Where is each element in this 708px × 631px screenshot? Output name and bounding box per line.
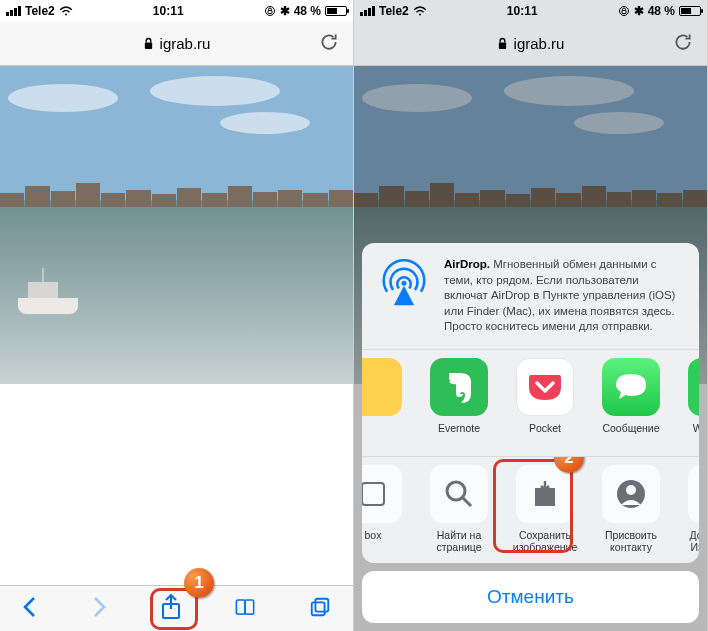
carrier-label: Tele2 bbox=[379, 4, 409, 18]
battery-percent: 48 % bbox=[648, 4, 675, 18]
app-whatsapp[interactable]: WhatsApp bbox=[676, 358, 699, 446]
svg-rect-2 bbox=[268, 11, 272, 14]
back-button[interactable] bbox=[22, 596, 38, 622]
action-save-image[interactable]: Сохранить изображение bbox=[504, 465, 586, 553]
reload-button[interactable] bbox=[319, 32, 339, 56]
action-add-favorite[interactable]: Добавить в Избранное bbox=[676, 465, 699, 553]
url-bar[interactable]: igrab.ru bbox=[0, 22, 353, 66]
page-content: AirDrop. Мгновенный обмен данными с теми… bbox=[354, 66, 707, 631]
share-sheet-body: AirDrop. Мгновенный обмен данными с теми… bbox=[362, 243, 699, 563]
svg-rect-10 bbox=[498, 43, 505, 49]
status-bar: Tele2 10:11 ✱ 48 % bbox=[354, 0, 707, 22]
page-content[interactable] bbox=[0, 66, 353, 585]
image-preview[interactable] bbox=[0, 66, 353, 384]
search-icon bbox=[443, 478, 475, 510]
clock-label: 10:11 bbox=[507, 4, 538, 18]
forward-button[interactable] bbox=[91, 596, 107, 622]
share-actions-row[interactable]: box Найти на странице Сохранить изображе… bbox=[362, 457, 699, 563]
url-text: igrab.ru bbox=[160, 35, 211, 52]
svg-point-11 bbox=[401, 281, 406, 286]
reload-button[interactable] bbox=[673, 32, 693, 56]
svg-rect-6 bbox=[315, 598, 328, 611]
ship-graphic bbox=[18, 272, 78, 314]
action-find-on-page[interactable]: Найти на странице bbox=[418, 465, 500, 553]
svg-point-7 bbox=[419, 14, 421, 16]
url-bar[interactable]: igrab.ru bbox=[354, 22, 707, 66]
app-pocket[interactable]: Pocket bbox=[504, 358, 586, 446]
bluetooth-icon: ✱ bbox=[634, 4, 644, 18]
rotation-lock-icon bbox=[618, 5, 630, 17]
battery-percent: 48 % bbox=[294, 4, 321, 18]
share-sheet: AirDrop. Мгновенный обмен данными с теми… bbox=[362, 243, 699, 623]
rotation-lock-icon bbox=[264, 5, 276, 17]
svg-rect-3 bbox=[144, 43, 151, 49]
battery-icon bbox=[325, 6, 347, 16]
airdrop-description: AirDrop. Мгновенный обмен данными с теми… bbox=[444, 257, 685, 335]
wifi-icon bbox=[59, 5, 73, 17]
bookmarks-button[interactable] bbox=[234, 596, 256, 622]
svg-rect-12 bbox=[362, 483, 384, 505]
save-image-icon bbox=[530, 479, 560, 509]
svg-point-0 bbox=[65, 14, 67, 16]
action-assign-contact[interactable]: Присвоить контакту bbox=[590, 465, 672, 553]
safari-toolbar: 1 bbox=[0, 585, 353, 631]
evernote-icon bbox=[443, 370, 475, 404]
message-icon bbox=[613, 371, 649, 403]
lock-icon bbox=[497, 37, 508, 50]
bluetooth-icon: ✱ bbox=[280, 4, 290, 18]
svg-point-16 bbox=[626, 485, 636, 495]
battery-icon bbox=[679, 6, 701, 16]
pocket-icon bbox=[528, 372, 562, 402]
app-messages[interactable]: Сообщение bbox=[590, 358, 672, 446]
share-button[interactable] bbox=[161, 594, 181, 624]
clock-label: 10:11 bbox=[153, 4, 184, 18]
app-partial-left[interactable] bbox=[362, 358, 414, 446]
phone-left: Tele2 10:11 ✱ 48 % igrab.ru bbox=[0, 0, 354, 631]
signal-icon bbox=[6, 6, 21, 16]
airdrop-row[interactable]: AirDrop. Мгновенный обмен данными с теми… bbox=[362, 243, 699, 349]
svg-rect-9 bbox=[622, 11, 626, 14]
action-partial-left[interactable]: box bbox=[362, 465, 414, 553]
carrier-label: Tele2 bbox=[25, 4, 55, 18]
tabs-button[interactable] bbox=[309, 596, 331, 622]
contact-icon bbox=[615, 478, 647, 510]
svg-rect-5 bbox=[312, 602, 325, 615]
svg-point-13 bbox=[447, 482, 465, 500]
share-apps-row[interactable]: Evernote Pocket Сообщение bbox=[362, 350, 699, 456]
airdrop-icon bbox=[376, 257, 432, 313]
status-bar: Tele2 10:11 ✱ 48 % bbox=[0, 0, 353, 22]
wifi-icon bbox=[413, 5, 427, 17]
signal-icon bbox=[360, 6, 375, 16]
url-text: igrab.ru bbox=[514, 35, 565, 52]
phone-right: Tele2 10:11 ✱ 48 % igrab.ru bbox=[354, 0, 708, 631]
app-evernote[interactable]: Evernote bbox=[418, 358, 500, 446]
lock-icon bbox=[143, 37, 154, 50]
cancel-button[interactable]: Отменить bbox=[362, 571, 699, 623]
